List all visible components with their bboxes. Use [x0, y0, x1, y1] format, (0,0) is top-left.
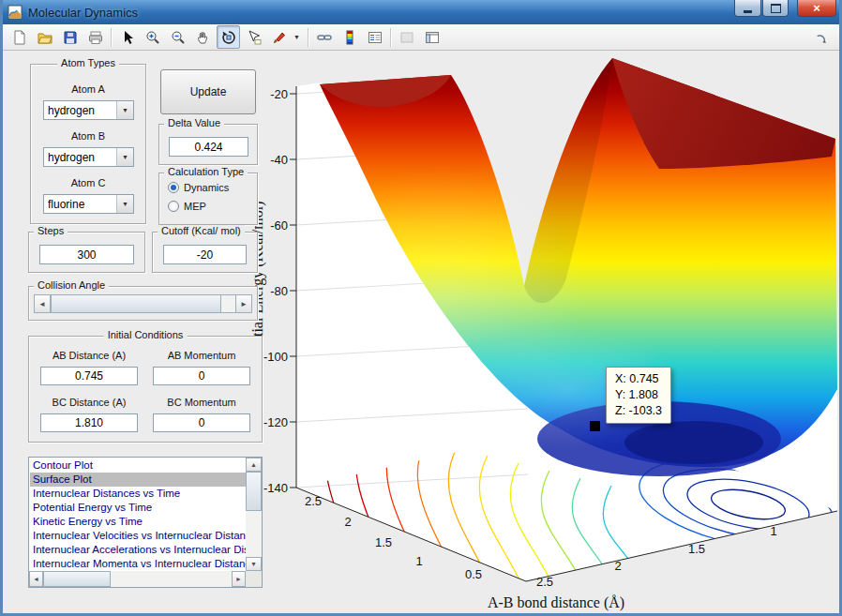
vertical-scroll-thumb[interactable]: [246, 472, 262, 511]
print-figure-button[interactable]: [83, 25, 107, 49]
dock-figure-button[interactable]: [809, 27, 833, 51]
zoom-in-button[interactable]: [141, 25, 164, 49]
titlebar[interactable]: Molecular Dynamics ×: [3, 0, 839, 24]
rotate-3d-button[interactable]: [217, 25, 240, 49]
legend-icon: [368, 30, 383, 45]
slider-right-arrow[interactable]: ►: [235, 295, 251, 312]
bc-momentum-field[interactable]: [153, 413, 250, 432]
data-tip-z: Z: -103.3: [615, 403, 662, 419]
toolbar-separator: [111, 28, 112, 47]
horizontal-scrollbar[interactable]: ◄ ►: [29, 571, 246, 587]
steps-field[interactable]: [39, 245, 134, 264]
floor-left-tick: 1: [415, 554, 422, 568]
list-item[interactable]: Internuclear Velocities vs Internuclear …: [30, 529, 246, 543]
initial-conditions-panel: Initial Conditions AB Distance (A) AB Mo…: [28, 336, 263, 443]
data-cursor-marker[interactable]: [590, 421, 600, 431]
atom-a-dropdown[interactable]: hydrogen ▼: [43, 100, 134, 120]
new-figure-button[interactable]: [8, 25, 31, 49]
horizontal-scroll-thumb[interactable]: [43, 571, 111, 587]
floor-right-tick: 2: [614, 559, 621, 573]
chevron-down-icon: ▼: [116, 195, 133, 213]
show-plot-tools-button[interactable]: [420, 25, 444, 49]
list-item[interactable]: Contour Plot: [30, 458, 246, 473]
bc-distance-label: BC Distance (A): [37, 397, 142, 408]
open-file-button[interactable]: [33, 25, 56, 49]
atom-a-value: hydrogen: [44, 104, 116, 117]
ab-distance-label: AB Distance (A): [37, 350, 142, 361]
dynamics-radio[interactable]: [168, 182, 179, 193]
data-cursor-button[interactable]: [242, 25, 265, 49]
atom-c-label: Atom C: [31, 177, 145, 188]
dynamics-radio-row[interactable]: Dynamics: [168, 182, 229, 193]
slider-left-arrow[interactable]: ◄: [35, 295, 51, 312]
floor-left-tick: 2: [344, 515, 351, 529]
zoom-out-icon: [171, 30, 186, 45]
plot-type-listbox[interactable]: Contour Plot Surface Plot Internuclear D…: [28, 457, 263, 588]
cutoff-panel: Cutoff (Kcal/ mol): [152, 232, 258, 273]
pan-hand-icon: [196, 30, 211, 45]
scroll-up-arrow[interactable]: ▲: [246, 458, 262, 472]
mep-radio[interactable]: [168, 201, 179, 212]
atom-b-dropdown[interactable]: hydrogen ▼: [43, 147, 134, 167]
z-tick: -140: [260, 481, 288, 495]
ab-momentum-label: AB Momentum: [149, 350, 254, 361]
rotate-3d-icon: [221, 30, 236, 45]
plot-type-list: Contour Plot Surface Plot Internuclear D…: [30, 458, 246, 571]
insert-colorbar-button[interactable]: [338, 25, 361, 49]
list-item[interactable]: Internuclear Distances vs Time: [30, 487, 246, 501]
scroll-right-arrow[interactable]: ►: [232, 571, 246, 587]
pan-button[interactable]: [191, 25, 215, 49]
close-button[interactable]: ×: [797, 0, 836, 17]
floor-left-tick: 1.5: [375, 535, 392, 549]
x-axis-label: A-B bond distance (Å): [425, 594, 687, 611]
z-tick: -120: [260, 415, 288, 429]
minimize-button[interactable]: [734, 0, 761, 17]
mep-radio-row[interactable]: MEP: [168, 201, 206, 212]
brush-data-button[interactable]: [267, 25, 291, 49]
steps-title: Steps: [34, 225, 68, 236]
list-item[interactable]: Internuclear Momenta vs Internuclear Dis…: [30, 557, 246, 571]
scroll-left-arrow[interactable]: ◄: [29, 571, 43, 587]
scroll-down-arrow[interactable]: ▼: [246, 557, 262, 571]
atom-types-title: Atom Types: [57, 57, 119, 68]
list-item[interactable]: Internuclear Accelerations vs Internucle…: [30, 543, 246, 557]
bc-distance-field[interactable]: [40, 413, 138, 432]
ab-distance-field[interactable]: [40, 367, 138, 385]
new-document-icon: [12, 30, 27, 45]
scrollbar-corner: [246, 571, 262, 587]
floor-left-tick: 2.5: [305, 494, 322, 508]
zoom-out-button[interactable]: [166, 25, 189, 49]
hide-plot-tools-icon: [399, 30, 414, 45]
calculation-type-panel: Calculation Type Dynamics MEP: [158, 173, 258, 225]
delta-value-field[interactable]: [169, 137, 248, 157]
chevron-down-icon: ▼: [116, 101, 133, 119]
collision-angle-slider[interactable]: ◄ ►: [34, 294, 252, 313]
maximize-button[interactable]: [762, 0, 789, 17]
cutoff-field[interactable]: [163, 245, 247, 264]
slider-track[interactable]: [221, 295, 235, 312]
link-plot-button[interactable]: [312, 25, 336, 49]
brush-dropdown-button[interactable]: ▼: [290, 25, 304, 49]
list-item[interactable]: Potential Energy vs Time: [30, 501, 246, 515]
edit-plot-button[interactable]: [115, 25, 139, 49]
hide-plot-tools-button[interactable]: [395, 25, 418, 49]
ab-momentum-field[interactable]: [153, 367, 250, 385]
data-cursor-icon: [247, 30, 262, 45]
delta-value-panel: Delta Value: [158, 124, 258, 165]
insert-legend-button[interactable]: [363, 25, 386, 49]
floor-right-tick: 2.5: [536, 575, 553, 589]
bc-momentum-label: BC Momentum: [149, 397, 254, 408]
app-window: -20 -40 -60 -80 -100 -120 -140 2.5 2 1.5…: [0, 0, 842, 616]
slider-thumb[interactable]: [51, 295, 221, 312]
chevron-down-icon: ▼: [116, 148, 133, 166]
colorbar-icon: [342, 30, 357, 45]
mep-radio-label: MEP: [184, 201, 206, 212]
window-title: Molecular Dynamics: [28, 6, 138, 20]
vertical-scrollbar[interactable]: ▲ ▼: [246, 458, 262, 571]
atom-b-value: hydrogen: [44, 151, 116, 164]
atom-c-dropdown[interactable]: fluorine ▼: [43, 194, 134, 214]
list-item[interactable]: Kinetic Energy vs Time: [30, 515, 246, 529]
zoom-in-icon: [145, 30, 160, 45]
list-item-selected[interactable]: Surface Plot: [30, 473, 246, 487]
save-figure-button[interactable]: [58, 25, 82, 49]
